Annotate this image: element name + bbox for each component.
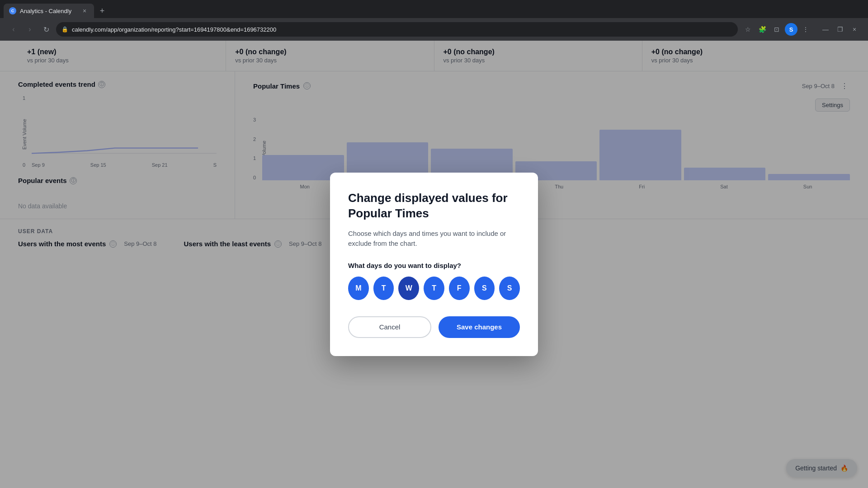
modal-actions: Cancel Save changes [348, 316, 520, 338]
sidebar-toggle-button[interactable]: ⊡ [770, 23, 783, 36]
window-controls: — ❐ × [819, 23, 861, 36]
active-tab[interactable]: C Analytics - Calendly × [4, 4, 94, 18]
url-bar[interactable]: 🔒 calendly.com/app/organization/reportin… [56, 22, 738, 37]
profile-button[interactable]: S [785, 23, 797, 36]
bookmark-button[interactable]: ☆ [741, 23, 754, 36]
nav-bar: ‹ › ↻ 🔒 calendly.com/app/organization/re… [0, 18, 868, 41]
tab-title: Analytics - Calendly [20, 8, 77, 14]
day-button-saturday[interactable]: S [474, 277, 495, 300]
nav-actions: ☆ 🧩 ⊡ S ⋮ [741, 23, 812, 36]
tab-close-button[interactable]: × [80, 7, 89, 15]
url-text: calendly.com/app/organization/reporting?… [72, 26, 732, 33]
close-window-button[interactable]: × [848, 23, 861, 36]
save-changes-button[interactable]: Save changes [439, 316, 520, 338]
day-button-tuesday[interactable]: T [373, 277, 394, 300]
forward-button[interactable]: › [24, 23, 36, 36]
browser-chrome: C Analytics - Calendly × + ‹ › ↻ 🔒 calen… [0, 0, 868, 41]
page-content: +1 (new) vs prior 30 days +0 (no change)… [0, 41, 868, 488]
day-buttons-group: M T W T F S S [348, 277, 520, 300]
cancel-button[interactable]: Cancel [348, 316, 431, 338]
day-button-thursday[interactable]: T [424, 277, 444, 300]
refresh-button[interactable]: ↻ [40, 23, 52, 36]
tab-bar: C Analytics - Calendly × + [0, 0, 868, 18]
day-button-sunday[interactable]: S [499, 277, 520, 300]
modal-description: Choose which days and times you want to … [348, 229, 520, 249]
profile-extensions-button[interactable]: 🧩 [756, 23, 769, 36]
modal-dialog: Change displayed values for Popular Time… [330, 173, 538, 356]
modal-title: Change displayed values for Popular Time… [348, 191, 520, 221]
more-button[interactable]: ⋮ [799, 23, 812, 36]
day-button-friday[interactable]: F [449, 277, 470, 300]
tab-favicon: C [9, 7, 16, 14]
back-button[interactable]: ‹ [7, 23, 20, 36]
minimize-button[interactable]: — [819, 23, 832, 36]
restore-button[interactable]: ❐ [834, 23, 846, 36]
lock-icon: 🔒 [61, 26, 68, 33]
modal-overlay: Change displayed values for Popular Time… [0, 41, 868, 488]
day-button-wednesday[interactable]: W [398, 277, 419, 300]
day-button-monday[interactable]: M [348, 277, 369, 300]
modal-question: What days do you want to display? [348, 262, 520, 269]
new-tab-button[interactable]: + [96, 5, 108, 17]
